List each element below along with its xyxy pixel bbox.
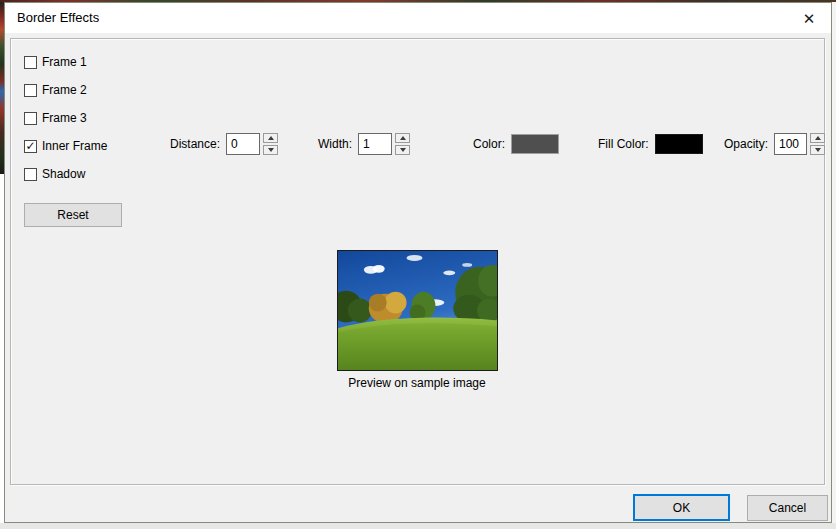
ok-button[interactable]: OK [633, 494, 730, 521]
color-label: Color: [473, 137, 505, 151]
sample-image-art [338, 251, 497, 370]
preview-caption: Preview on sample image [307, 376, 527, 390]
checkbox-label: Inner Frame [42, 139, 107, 153]
spin-down-button[interactable] [810, 145, 825, 155]
checkbox-label: Frame 2 [42, 83, 87, 97]
spin-up-icon [815, 136, 821, 140]
width-input[interactable] [358, 133, 392, 155]
checkbox-box[interactable] [24, 168, 37, 181]
checkbox-box[interactable] [24, 112, 37, 125]
distance-spinner [263, 133, 278, 155]
title-bar: Border Effects ✕ [5, 3, 831, 33]
dialog-title: Border Effects [17, 10, 99, 25]
opacity-field-group: Opacity: [724, 133, 825, 155]
distance-field-group: Distance: [170, 133, 278, 155]
checkbox-label: Frame 3 [42, 111, 87, 125]
checkbox-inner-frame[interactable]: ✓ Inner Frame [24, 138, 107, 154]
reset-button[interactable]: Reset [24, 203, 122, 227]
distance-label: Distance: [170, 137, 220, 151]
color-field-group: Color: [473, 133, 559, 155]
sample-image [337, 250, 498, 371]
checkbox-box[interactable] [24, 84, 37, 97]
fill-color-label: Fill Color: [598, 137, 649, 151]
border-effects-dialog: Border Effects ✕ Frame 1 Frame 2 Frame 3… [4, 2, 832, 523]
checkbox-frame-3[interactable]: Frame 3 [24, 110, 87, 126]
spin-up-button[interactable] [395, 133, 410, 143]
checkbox-shadow[interactable]: Shadow [24, 166, 85, 182]
fill-color-field-group: Fill Color: [598, 133, 703, 155]
spin-down-icon [815, 148, 821, 152]
spin-up-icon [268, 136, 274, 140]
width-label: Width: [318, 137, 352, 151]
fill-color-swatch[interactable] [655, 134, 703, 154]
spin-down-icon [400, 148, 406, 152]
spin-down-icon [268, 148, 274, 152]
checkbox-frame-1[interactable]: Frame 1 [24, 54, 87, 70]
spin-up-icon [400, 136, 406, 140]
checkbox-label: Shadow [42, 167, 85, 181]
cancel-button[interactable]: Cancel [747, 495, 828, 521]
checkbox-label: Frame 1 [42, 55, 87, 69]
width-spinner [395, 133, 410, 155]
checkbox-box-checked[interactable]: ✓ [24, 140, 37, 153]
close-icon: ✕ [803, 10, 816, 28]
opacity-input[interactable] [774, 133, 807, 155]
distance-input[interactable] [226, 133, 260, 155]
spin-up-button[interactable] [810, 133, 825, 143]
close-button[interactable]: ✕ [795, 7, 823, 30]
opacity-spinner [810, 133, 825, 155]
opacity-label: Opacity: [724, 137, 768, 151]
spin-down-button[interactable] [263, 145, 278, 155]
checkbox-box[interactable] [24, 56, 37, 69]
checkbox-frame-2[interactable]: Frame 2 [24, 82, 87, 98]
width-field-group: Width: [318, 133, 410, 155]
spin-up-button[interactable] [263, 133, 278, 143]
color-swatch[interactable] [511, 134, 559, 154]
spin-down-button[interactable] [395, 145, 410, 155]
background-sliver-bottom [0, 523, 836, 529]
background-sliver-right [832, 2, 836, 523]
